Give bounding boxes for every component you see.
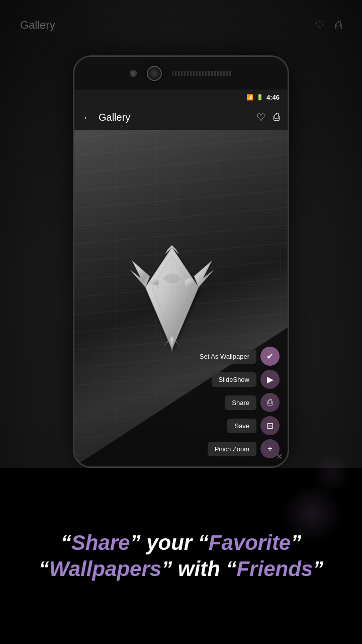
set-wallpaper-label[interactable]: Set As Wallpaper xyxy=(193,349,256,364)
toolbar-actions: ♡ ⎙ xyxy=(256,111,280,123)
status-time: 4:46 xyxy=(266,94,280,101)
wallpaper-image-area: Set As Wallpaper ✔ SlideShow ▶ Share ⎙ S… xyxy=(74,130,288,466)
battery-icon: 🔋 xyxy=(256,94,263,101)
share-label[interactable]: Share xyxy=(225,395,256,410)
save-row: Save ⊟ xyxy=(227,416,280,435)
phone-top-bezel xyxy=(74,57,288,90)
outer-share-icon[interactable]: ⎙ xyxy=(335,19,342,32)
speaker xyxy=(172,71,232,76)
front-sensor xyxy=(130,70,137,77)
promo-quote-wallpapers: “Wallpapers” with “Friends” xyxy=(39,557,323,581)
front-camera xyxy=(147,66,162,81)
app-toolbar: ← Gallery ♡ ⎙ xyxy=(74,105,288,130)
toolbar-share-icon[interactable]: ⎙ xyxy=(274,111,280,123)
toolbar-title: Gallery xyxy=(99,112,250,123)
slideshow-button[interactable]: ▶ xyxy=(260,370,280,389)
wifi-icon: 📶 xyxy=(246,94,253,101)
set-wallpaper-row: Set As Wallpaper ✔ xyxy=(193,347,280,366)
share-button[interactable]: ⎙ xyxy=(260,393,280,412)
back-button[interactable]: ← xyxy=(82,112,93,123)
close-button[interactable]: ✕ xyxy=(276,452,283,461)
slideshow-row: SlideShow ▶ xyxy=(212,370,280,389)
outer-top-bar: Gallery ♡ ⎙ xyxy=(0,0,362,50)
promo-text: “Share” your “Favorite” “Wallpapers” wit… xyxy=(39,530,323,583)
leather-background: Set As Wallpaper ✔ SlideShow ▶ Share ⎙ S… xyxy=(74,130,288,466)
pinch-zoom-row: Pinch Zoom + xyxy=(208,439,280,458)
outer-toolbar-icons: ♡ ⎙ xyxy=(315,19,342,32)
phone-device: 📶 🔋 4:46 ← Gallery ♡ ⎙ xyxy=(73,55,289,468)
action-menu: Set As Wallpaper ✔ SlideShow ▶ Share ⎙ S… xyxy=(74,339,288,466)
bottom-promo-section: “Share” your “Favorite” “Wallpapers” wit… xyxy=(0,468,362,644)
slideshow-label[interactable]: SlideShow xyxy=(212,372,256,387)
outer-title: Gallery xyxy=(20,19,55,32)
status-bar: 📶 🔋 4:46 xyxy=(74,90,288,105)
toolbar-heart-icon[interactable]: ♡ xyxy=(256,111,265,123)
promo-quote-share: “Share” your “Favorite” xyxy=(61,531,301,554)
outer-heart-icon[interactable]: ♡ xyxy=(315,19,325,32)
set-wallpaper-button[interactable]: ✔ xyxy=(260,347,280,366)
save-label[interactable]: Save xyxy=(227,419,256,433)
pinch-zoom-label[interactable]: Pinch Zoom xyxy=(208,442,256,456)
status-icons: 📶 🔋 4:46 xyxy=(246,94,280,101)
save-button[interactable]: ⊟ xyxy=(260,416,280,435)
share-row: Share ⎙ xyxy=(225,393,280,412)
skyrim-logo xyxy=(127,243,217,354)
power-button[interactable] xyxy=(288,157,289,198)
